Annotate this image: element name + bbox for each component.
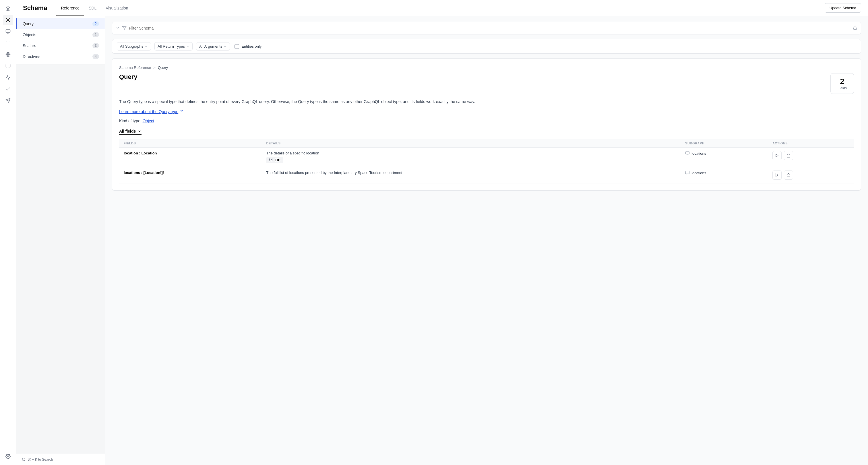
svg-point-10 xyxy=(7,456,9,457)
search-icon xyxy=(22,458,26,462)
play-icon xyxy=(775,154,779,158)
settings-icon[interactable] xyxy=(3,451,13,462)
return-types-dropdown[interactable]: All Return Types xyxy=(154,42,193,51)
svg-point-11 xyxy=(22,458,25,461)
content-area: All Subgraphs All Return Types All Argum… xyxy=(105,16,868,465)
rocket-icon[interactable] xyxy=(3,95,13,105)
sidebar-badge-query: 2 xyxy=(92,21,99,26)
main-content-card: Schema Reference > Query Query 2 Fields … xyxy=(112,58,861,191)
fields-count-box: 2 Fields xyxy=(830,73,854,94)
title-row: Query 2 Fields xyxy=(119,73,854,94)
collapse-button[interactable] xyxy=(116,26,120,31)
icon-bar xyxy=(0,0,16,465)
edit-field-button[interactable] xyxy=(784,151,793,160)
view-locations-button[interactable] xyxy=(772,170,782,180)
breadcrumb-parent[interactable]: Schema Reference xyxy=(119,65,151,70)
schema-icon[interactable] xyxy=(3,15,13,25)
learn-more-link[interactable]: Learn more about the Query type xyxy=(119,110,183,114)
top-header: Schema Reference SDL Visualization Updat… xyxy=(16,0,868,16)
actions-cell-locations xyxy=(772,170,849,180)
home-icon[interactable] xyxy=(3,3,13,14)
connections-icon[interactable] xyxy=(3,50,13,60)
svg-line-12 xyxy=(25,460,26,461)
svg-marker-17 xyxy=(776,154,778,157)
svg-line-15 xyxy=(181,111,183,112)
filter-bar xyxy=(112,22,861,34)
svg-rect-16 xyxy=(685,152,689,154)
query-description: The Query type is a special type that de… xyxy=(119,98,854,105)
activity-icon[interactable] xyxy=(3,72,13,83)
sidebar-badge-objects: 1 xyxy=(92,32,99,37)
arguments-dropdown[interactable]: All Arguments xyxy=(196,42,230,51)
view-field-button[interactable] xyxy=(772,151,782,160)
col-header-subgraph: SUBGRAPH xyxy=(681,139,768,148)
plus-square-icon[interactable] xyxy=(3,38,13,48)
actions-cell-location xyxy=(772,151,849,160)
sidebar-badge-directives: 4 xyxy=(92,54,99,59)
col-header-actions: ACTIONS xyxy=(768,139,854,148)
external-link-icon xyxy=(179,110,183,113)
subgraphs-dropdown[interactable]: All Subgraphs xyxy=(117,42,151,51)
table-row: location : Location The details of a spe… xyxy=(119,148,854,167)
field-name-location: location : Location xyxy=(124,151,157,155)
entities-only-checkbox[interactable] xyxy=(235,44,239,49)
field-code-location: id ID! xyxy=(267,157,283,163)
all-fields-toggle[interactable]: All fields xyxy=(119,129,142,135)
edit-icon xyxy=(786,154,790,158)
sidebar-item-objects[interactable]: Objects 1 xyxy=(16,29,105,40)
tab-sdl[interactable]: SDL xyxy=(84,0,101,16)
breadcrumb: Schema Reference > Query xyxy=(119,65,854,70)
tab-visualization[interactable]: Visualization xyxy=(101,0,133,16)
chevron-down-icon xyxy=(137,129,142,133)
share-icon[interactable] xyxy=(853,25,857,31)
tab-reference[interactable]: Reference xyxy=(56,0,84,16)
subgraph-cell-locations: locations xyxy=(685,170,763,175)
sidebar-search-hint[interactable]: ⌘ + K to Search xyxy=(16,454,105,465)
video-icon[interactable] xyxy=(3,26,13,37)
svg-marker-13 xyxy=(122,26,126,30)
sub-filter-bar: All Subgraphs All Return Types All Argum… xyxy=(112,39,861,54)
svg-rect-7 xyxy=(6,64,10,67)
update-schema-button[interactable]: Update Schema xyxy=(825,3,861,12)
fields-count-label: Fields xyxy=(838,86,847,90)
breadcrumb-current: Query xyxy=(158,65,168,70)
sidebar-badge-scalars: 3 xyxy=(92,43,99,48)
svg-point-0 xyxy=(7,20,9,21)
page-title: Schema xyxy=(23,4,47,12)
monitor-icon[interactable] xyxy=(3,61,13,71)
sidebar-item-scalars[interactable]: Scalars 3 xyxy=(16,40,105,51)
fields-count-number: 2 xyxy=(838,77,847,86)
field-name-locations: locations : [Location!]! xyxy=(124,170,164,175)
filter-schema-input[interactable] xyxy=(129,26,853,30)
subgraph-cell-location: locations xyxy=(685,151,763,156)
col-header-details: DETAILS xyxy=(262,139,681,148)
subgraph-icon xyxy=(685,151,690,156)
play-icon xyxy=(775,173,779,177)
edit-icon xyxy=(786,173,790,177)
svg-marker-19 xyxy=(776,174,778,177)
filter-icon xyxy=(122,26,127,30)
query-title: Query xyxy=(119,73,137,81)
svg-rect-18 xyxy=(685,171,689,174)
tab-bar: Reference SDL Visualization xyxy=(56,0,133,16)
edit-locations-button[interactable] xyxy=(784,170,793,180)
col-header-fields: FIELDS xyxy=(119,139,262,148)
field-details-locations: The full list of locations presented by … xyxy=(267,170,676,175)
breadcrumb-separator: > xyxy=(153,65,156,70)
kind-type-link[interactable]: Object xyxy=(143,119,154,123)
sidebar-item-query[interactable]: Query 2 xyxy=(16,19,105,29)
sidebar: Query 2 Objects 1 Scalars 3 Directives 4 xyxy=(16,16,105,64)
svg-rect-1 xyxy=(6,30,10,33)
field-details-location: The details of a specific location xyxy=(267,151,676,155)
sidebar-item-directives[interactable]: Directives 4 xyxy=(16,51,105,62)
fields-table: FIELDS DETAILS SUBGRAPH ACTIONS location… xyxy=(119,139,854,183)
check-icon[interactable] xyxy=(3,84,13,94)
entities-only-toggle[interactable]: Entities only xyxy=(235,44,261,49)
kind-of-type: Kind of type: Object xyxy=(119,119,854,123)
subgraph-icon xyxy=(685,170,690,175)
table-row: locations : [Location!]! The full list o… xyxy=(119,167,854,183)
